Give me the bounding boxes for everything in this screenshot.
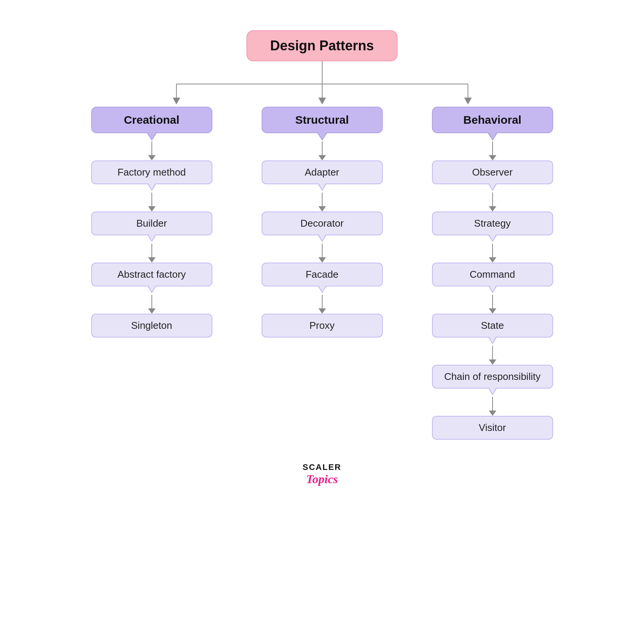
item-chain-of-responsibility: Chain of responsibility xyxy=(432,365,553,389)
svg-marker-7 xyxy=(318,98,326,104)
category-header-behavioral: Behavioral xyxy=(432,107,553,133)
logo-topics: Topics xyxy=(306,472,338,486)
connector-9 xyxy=(489,142,496,160)
item-singleton: Singleton xyxy=(91,314,212,338)
connector-10 xyxy=(489,193,496,212)
item-strategy: Strategy xyxy=(432,212,553,235)
item-facade: Facade xyxy=(262,263,383,286)
item-abstract-factory: Abstract factory xyxy=(91,263,212,286)
item-visitor: Visitor xyxy=(432,416,553,440)
category-header-structural: Structural xyxy=(262,107,383,133)
item-state: State xyxy=(432,314,553,338)
category-column-structural: Structural Adapter Decorator Facade Pr xyxy=(237,107,407,338)
connector-11 xyxy=(489,244,496,263)
root-lines xyxy=(114,61,530,107)
item-adapter: Adapter xyxy=(262,160,383,184)
connector-7 xyxy=(318,244,326,263)
item-proxy: Proxy xyxy=(262,314,383,338)
item-factory-method: Factory method xyxy=(91,160,212,184)
connector-13 xyxy=(489,346,496,365)
connector-2 xyxy=(148,193,156,212)
categories-row: Creational Factory method Builder Abstra… xyxy=(57,107,587,440)
logo-scaler: SCALER xyxy=(303,462,341,472)
svg-marker-6 xyxy=(173,98,180,104)
item-observer: Observer xyxy=(432,160,553,184)
category-column-creational: Creational Factory method Builder Abstra… xyxy=(67,107,237,338)
connector-12 xyxy=(489,295,496,314)
logo-container: SCALER Topics xyxy=(303,462,341,486)
svg-marker-8 xyxy=(464,98,472,104)
root-node: Design Patterns xyxy=(246,30,397,61)
connector-3 xyxy=(148,244,156,263)
item-decorator: Decorator xyxy=(262,212,383,235)
connector-1 xyxy=(148,142,156,160)
connector-8 xyxy=(318,295,326,314)
diagram-container: Design Patterns Creational xyxy=(0,30,644,486)
connector-14 xyxy=(489,397,496,416)
category-column-behavioral: Behavioral Observer Strategy Command S xyxy=(407,107,578,440)
connector-5 xyxy=(318,142,326,160)
item-builder: Builder xyxy=(91,212,212,235)
connector-4 xyxy=(148,295,156,314)
item-command: Command xyxy=(432,263,553,286)
category-header-creational: Creational xyxy=(91,107,212,133)
connector-6 xyxy=(318,193,326,212)
